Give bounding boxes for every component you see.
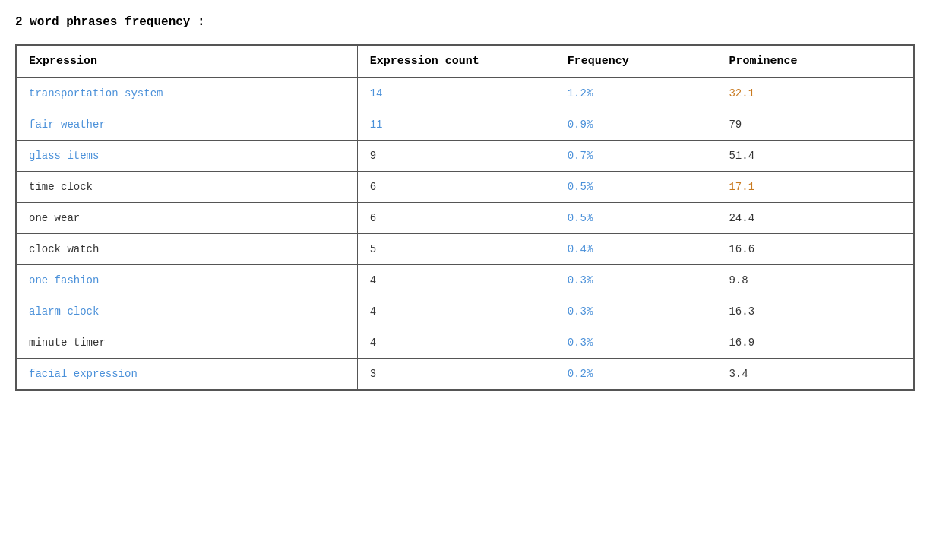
cell-prominence: 3.4 — [716, 359, 914, 391]
cell-frequency: 0.3% — [555, 265, 716, 296]
cell-count: 4 — [357, 296, 555, 327]
cell-frequency: 0.7% — [555, 141, 716, 172]
cell-prominence: 32.1 — [716, 78, 914, 109]
table-row: transportation system141.2%32.1 — [16, 78, 914, 109]
table-row: one fashion40.3%9.8 — [16, 265, 914, 296]
cell-frequency: 0.2% — [555, 359, 716, 391]
cell-expression: one wear — [16, 203, 357, 234]
table-row: clock watch50.4%16.6 — [16, 234, 914, 265]
table-row: glass items90.7%51.4 — [16, 141, 914, 172]
cell-count: 14 — [357, 78, 555, 109]
header-expression: Expression — [16, 45, 357, 78]
cell-frequency: 0.9% — [555, 109, 716, 141]
table-row: fair weather110.9%79 — [16, 109, 914, 141]
cell-frequency: 0.5% — [555, 172, 716, 203]
cell-frequency: 1.2% — [555, 78, 716, 109]
cell-frequency: 0.3% — [555, 327, 716, 359]
cell-expression: glass items — [16, 141, 357, 172]
table-header-row: Expression Expression count Frequency Pr… — [16, 45, 914, 78]
cell-expression: fair weather — [16, 109, 357, 141]
table-row: one wear60.5%24.4 — [16, 203, 914, 234]
cell-prominence: 16.3 — [716, 296, 914, 327]
cell-prominence: 24.4 — [716, 203, 914, 234]
cell-expression: facial expression — [16, 359, 357, 391]
cell-prominence: 51.4 — [716, 141, 914, 172]
cell-count: 5 — [357, 234, 555, 265]
cell-prominence: 16.9 — [716, 327, 914, 359]
cell-count: 4 — [357, 327, 555, 359]
frequency-table: Expression Expression count Frequency Pr… — [15, 44, 915, 391]
header-count: Expression count — [357, 45, 555, 78]
cell-expression: transportation system — [16, 78, 357, 109]
cell-prominence: 9.8 — [716, 265, 914, 296]
table-row: facial expression30.2%3.4 — [16, 359, 914, 391]
cell-frequency: 0.3% — [555, 296, 716, 327]
header-prominence: Prominence — [716, 45, 914, 78]
header-frequency: Frequency — [555, 45, 716, 78]
cell-expression: one fashion — [16, 265, 357, 296]
cell-prominence: 16.6 — [716, 234, 914, 265]
cell-expression: alarm clock — [16, 296, 357, 327]
cell-expression: minute timer — [16, 327, 357, 359]
page-title: 2 word phrases frequency : — [15, 15, 915, 29]
cell-expression: time clock — [16, 172, 357, 203]
cell-count: 6 — [357, 203, 555, 234]
cell-count: 11 — [357, 109, 555, 141]
table-row: minute timer40.3%16.9 — [16, 327, 914, 359]
table-row: time clock60.5%17.1 — [16, 172, 914, 203]
cell-prominence: 17.1 — [716, 172, 914, 203]
cell-count: 9 — [357, 141, 555, 172]
cell-count: 6 — [357, 172, 555, 203]
cell-count: 4 — [357, 265, 555, 296]
table-row: alarm clock40.3%16.3 — [16, 296, 914, 327]
cell-expression: clock watch — [16, 234, 357, 265]
cell-count: 3 — [357, 359, 555, 391]
cell-prominence: 79 — [716, 109, 914, 141]
cell-frequency: 0.4% — [555, 234, 716, 265]
cell-frequency: 0.5% — [555, 203, 716, 234]
